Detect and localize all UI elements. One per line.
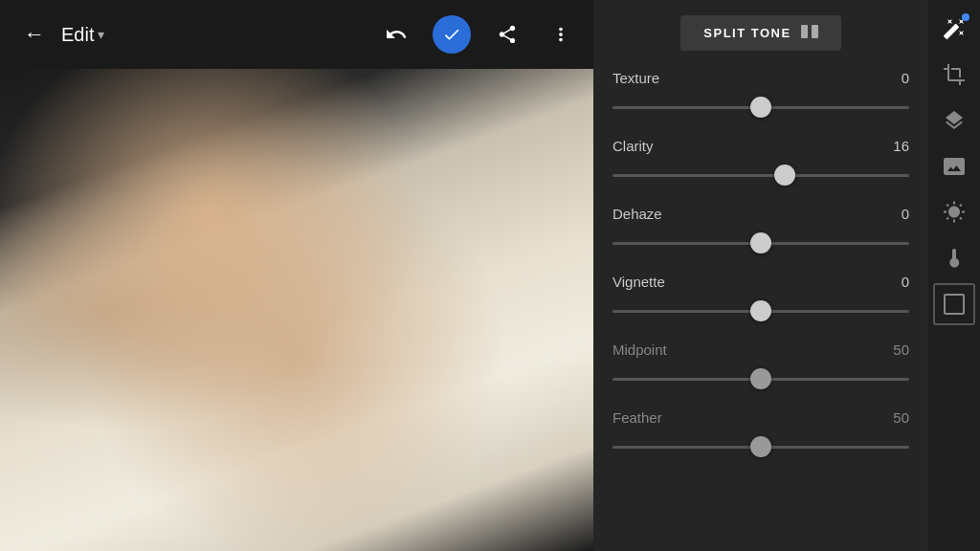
vignette-value: 0 — [902, 274, 909, 290]
midpoint-value: 50 — [893, 342, 909, 358]
feather-thumb[interactable] — [750, 436, 771, 457]
photo-area — [0, 69, 593, 551]
edit-label[interactable]: Edit ▾ — [61, 24, 104, 46]
midpoint-thumb[interactable] — [750, 368, 771, 389]
section-header: SPLIT TONE — [593, 0, 928, 62]
split-tone-icon — [801, 25, 818, 41]
dropdown-icon: ▾ — [98, 27, 104, 42]
feather-value: 50 — [893, 409, 909, 426]
active-badge — [962, 13, 969, 21]
feather-label: Feather — [612, 409, 662, 426]
svg-point-2 — [949, 161, 953, 165]
clarity-thumb[interactable] — [774, 165, 795, 186]
texture-label: Texture — [612, 70, 659, 86]
split-tone-button[interactable]: SPLIT TONE — [680, 15, 840, 51]
tool-layers[interactable] — [933, 99, 975, 142]
more-button[interactable] — [544, 17, 578, 52]
clarity-slider[interactable] — [612, 164, 909, 187]
vignette-label: Vignette — [612, 274, 665, 290]
feather-slider-group: Feather 50 — [612, 409, 909, 458]
feather-slider[interactable] — [612, 435, 909, 458]
dehaze-thumb[interactable] — [750, 232, 771, 253]
texture-thumb[interactable] — [750, 97, 771, 118]
tool-temperature[interactable] — [933, 237, 975, 279]
tool-crop[interactable] — [933, 54, 975, 96]
back-button[interactable]: ← — [15, 15, 54, 54]
confirm-button[interactable] — [433, 15, 471, 54]
photo-panel: ← Edit ▾ — [0, 0, 593, 551]
vignette-slider-group: Vignette 0 — [612, 274, 909, 322]
top-bar: ← Edit ▾ — [0, 0, 593, 69]
sliders-area: Texture 0 Clarity 16 D — [593, 62, 928, 551]
tool-vignette[interactable] — [933, 283, 975, 325]
vignette-slider[interactable] — [612, 299, 909, 322]
top-bar-right — [379, 15, 578, 54]
split-tone-label: SPLIT TONE — [703, 26, 791, 40]
vignette-thumb[interactable] — [750, 300, 771, 321]
svg-rect-1 — [812, 25, 818, 38]
texture-slider-group: Texture 0 — [612, 70, 909, 119]
right-toolbar — [928, 0, 980, 551]
texture-slider[interactable] — [612, 96, 909, 119]
top-bar-left: ← Edit ▾ — [15, 15, 104, 54]
midpoint-slider-group: Midpoint 50 — [612, 342, 909, 390]
clarity-value: 16 — [893, 138, 909, 154]
photo-image — [0, 69, 593, 551]
share-button[interactable] — [490, 17, 524, 52]
midpoint-label: Midpoint — [612, 342, 667, 358]
tool-magic[interactable] — [933, 8, 975, 50]
dehaze-slider-group: Dehaze 0 — [612, 206, 909, 254]
tool-brightness[interactable] — [933, 191, 975, 233]
clarity-slider-group: Clarity 16 — [612, 138, 909, 187]
dehaze-value: 0 — [902, 206, 909, 222]
svg-rect-0 — [801, 25, 808, 38]
undo-button[interactable] — [379, 17, 413, 52]
clarity-label: Clarity — [612, 138, 654, 154]
svg-rect-3 — [945, 295, 964, 314]
dehaze-slider[interactable] — [612, 231, 909, 254]
dehaze-label: Dehaze — [612, 206, 662, 222]
tool-addphoto[interactable] — [933, 145, 975, 187]
adjustments-panel: SPLIT TONE Texture 0 — [593, 0, 928, 551]
texture-value: 0 — [902, 70, 909, 86]
midpoint-slider[interactable] — [612, 367, 909, 390]
